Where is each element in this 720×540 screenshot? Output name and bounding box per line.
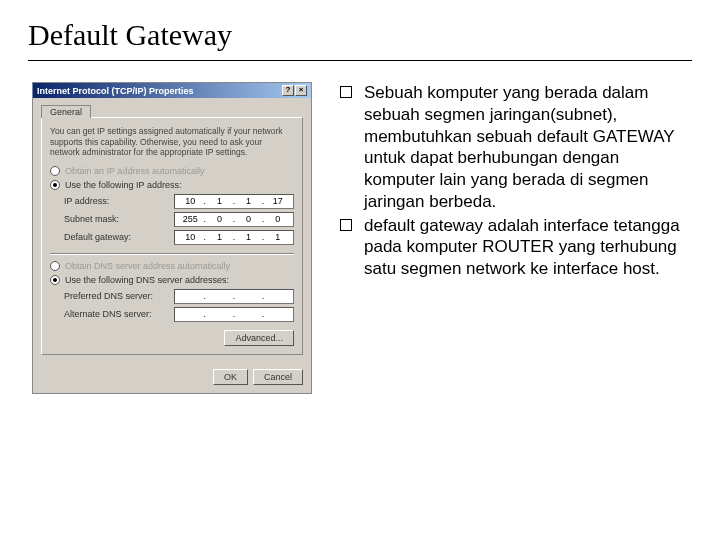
close-icon[interactable]: × (295, 85, 307, 96)
label-preferred-dns: Preferred DNS server: (64, 291, 153, 301)
label-ip-address: IP address: (64, 196, 109, 206)
square-bullet-icon (340, 86, 352, 98)
subnet-mask-input[interactable]: 255. 0. 0. 0 (174, 212, 294, 227)
ip-octet[interactable]: 255 (177, 214, 204, 224)
cancel-button[interactable]: Cancel (253, 369, 303, 385)
slide-title: Default Gateway (28, 18, 232, 52)
ip-octet[interactable]: 10 (177, 232, 204, 242)
label-alternate-dns: Alternate DNS server: (64, 309, 152, 319)
label-subnet-mask: Subnet mask: (64, 214, 119, 224)
ip-octet[interactable]: 1 (264, 232, 291, 242)
bullet-text: Sebuah komputer yang berada dalam sebuah… (364, 82, 690, 213)
divider (50, 253, 294, 255)
ip-octet[interactable]: 1 (235, 196, 262, 206)
title-underline (28, 60, 692, 61)
list-item: default gateway adalah interface tetangg… (340, 215, 690, 280)
list-item: Sebuah komputer yang berada dalam sebuah… (340, 82, 690, 213)
ip-octet[interactable]: 0 (206, 214, 233, 224)
dialog-title-text: Internet Protocol (TCP/IP) Properties (37, 86, 194, 96)
ip-address-input[interactable]: 10. 1. 1. 17 (174, 194, 294, 209)
ip-octet[interactable]: 0 (264, 214, 291, 224)
ip-octet[interactable]: 1 (206, 232, 233, 242)
ip-octet[interactable]: 10 (177, 196, 204, 206)
bullet-text: default gateway adalah interface tetangg… (364, 215, 690, 280)
radio-icon (50, 180, 60, 190)
advanced-button[interactable]: Advanced... (224, 330, 294, 346)
ok-button[interactable]: OK (213, 369, 248, 385)
radio-label: Use the following DNS server addresses: (65, 275, 229, 285)
radio-use-following-ip[interactable]: Use the following IP address: (50, 180, 294, 190)
help-text: You can get IP settings assigned automat… (50, 126, 294, 158)
radio-label: Obtain an IP address automatically (65, 166, 204, 176)
tab-general[interactable]: General (41, 105, 91, 118)
ip-octet[interactable]: 0 (235, 214, 262, 224)
alternate-dns-input[interactable]: . . . (174, 307, 294, 322)
tab-panel: You can get IP settings assigned automat… (41, 117, 303, 355)
bullet-list: Sebuah komputer yang berada dalam sebuah… (340, 82, 690, 282)
default-gateway-input[interactable]: 10. 1. 1. 1 (174, 230, 294, 245)
label-default-gateway: Default gateway: (64, 232, 131, 242)
radio-use-following-dns[interactable]: Use the following DNS server addresses: (50, 275, 294, 285)
radio-obtain-ip-auto[interactable]: Obtain an IP address automatically (50, 166, 294, 176)
ip-octet[interactable]: 1 (235, 232, 262, 242)
ip-octet[interactable]: 17 (264, 196, 291, 206)
ip-octet[interactable]: 1 (206, 196, 233, 206)
radio-obtain-dns-auto: Obtain DNS server address automatically (50, 261, 294, 271)
tcpip-properties-dialog: Internet Protocol (TCP/IP) Properties ? … (32, 82, 312, 394)
radio-icon (50, 166, 60, 176)
radio-icon (50, 261, 60, 271)
radio-label: Obtain DNS server address automatically (65, 261, 230, 271)
radio-label: Use the following IP address: (65, 180, 181, 190)
radio-icon (50, 275, 60, 285)
help-icon[interactable]: ? (282, 85, 294, 96)
preferred-dns-input[interactable]: . . . (174, 289, 294, 304)
square-bullet-icon (340, 219, 352, 231)
dialog-titlebar: Internet Protocol (TCP/IP) Properties ? … (33, 83, 311, 98)
